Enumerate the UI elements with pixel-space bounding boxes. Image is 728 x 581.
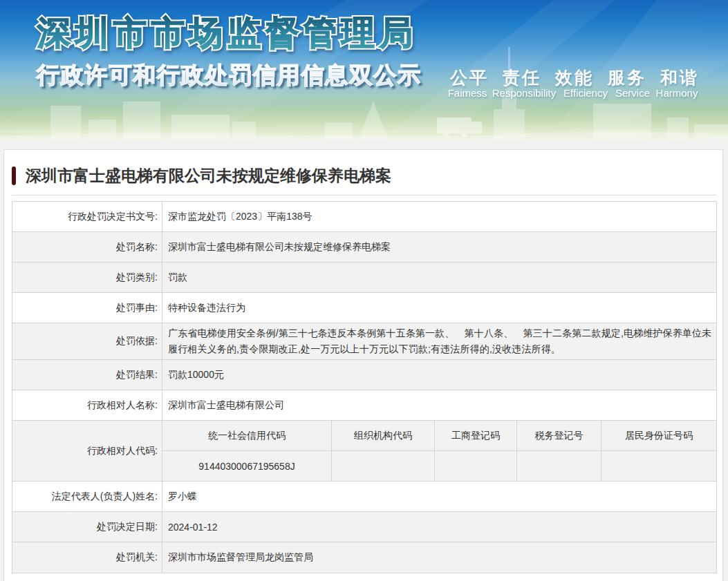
svg-text:深圳市市场监督管理局: 深圳市市场监督管理局	[37, 15, 418, 51]
svg-text:Faimess: Faimess	[448, 87, 487, 99]
svg-text:Harmony: Harmony	[656, 87, 698, 99]
svg-text:责任: 责任	[502, 68, 541, 87]
svg-text:Efficiency: Efficiency	[563, 87, 608, 99]
svg-text:Service: Service	[615, 87, 650, 99]
svg-text:服务: 服务	[607, 68, 646, 87]
svg-text:和谐: 和谐	[660, 68, 699, 87]
svg-text:公平: 公平	[449, 68, 489, 87]
svg-text:Responsibility: Responsibility	[492, 87, 557, 99]
svg-text:行政许可和行政处罚信用信息双公示: 行政许可和行政处罚信用信息双公示	[36, 62, 422, 88]
svg-text:效能: 效能	[554, 68, 594, 87]
